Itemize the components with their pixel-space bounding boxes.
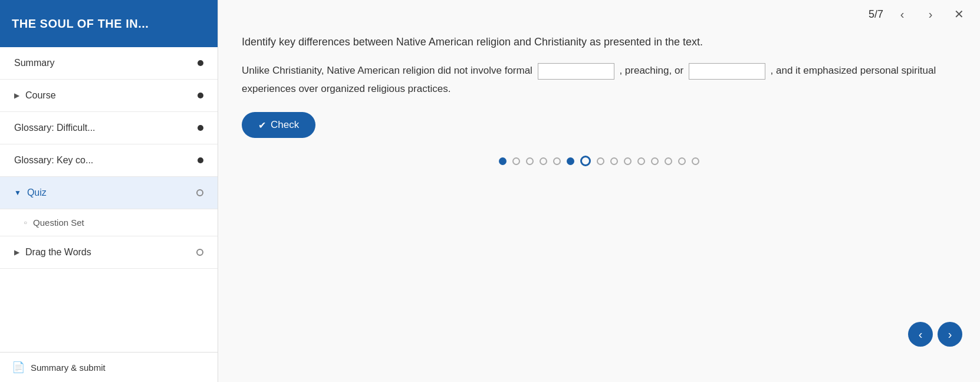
main-content: 5/7 ‹ › ✕ Identify key differences betwe…: [218, 0, 980, 382]
question-title: Identify key differences between Native …: [242, 34, 956, 50]
doc-icon: 📄: [12, 361, 25, 374]
sidebar-item-label: Course: [25, 90, 56, 101]
sidebar-item-quiz[interactable]: ▼ Quiz: [0, 177, 218, 209]
check-icon: ✔: [258, 120, 266, 131]
progress-dot-3[interactable]: [540, 157, 547, 165]
check-button-label: Check: [271, 119, 299, 131]
content-area: Identify key differences between Native …: [218, 28, 980, 382]
sidebar-footer-label: Summary & submit: [31, 363, 106, 373]
progress-dot-13[interactable]: [678, 157, 686, 165]
sidebar-item-label: Glossary: Difficult...: [14, 123, 96, 133]
page-counter: 5/7: [869, 8, 883, 21]
sidebar-subitem-question-set[interactable]: ○ Question Set: [0, 209, 218, 236]
top-bar: 5/7 ‹ › ✕: [218, 0, 980, 28]
sidebar-header: THE SOUL OF THE IN...: [0, 0, 218, 47]
progress-dot-2[interactable]: [526, 157, 534, 165]
prev-page-button[interactable]: ‹: [893, 5, 912, 24]
progress-dot-0[interactable]: [499, 157, 507, 165]
progress-dot-5[interactable]: [567, 157, 574, 165]
bottom-prev-button[interactable]: ‹: [908, 322, 933, 347]
glossary-key-dot-indicator: [198, 157, 203, 163]
sidebar-item-summary[interactable]: Summary: [0, 47, 218, 80]
progress-dots: [242, 156, 956, 166]
sidebar-item-glossary-key[interactable]: Glossary: Key co...: [0, 144, 218, 177]
course-arrow-icon: ▶: [14, 91, 19, 100]
sidebar: THE SOUL OF THE IN... Summary ▶ Course G…: [0, 0, 218, 382]
question-body: Unlike Christianity, Native American rel…: [242, 62, 956, 98]
progress-dot-12[interactable]: [665, 157, 672, 165]
progress-dot-8[interactable]: [610, 157, 618, 165]
sidebar-item-label: Glossary: Key co...: [14, 155, 93, 166]
progress-dot-6[interactable]: [580, 156, 591, 166]
bottom-next-button[interactable]: ›: [938, 322, 962, 347]
body-text-2: , preaching, or: [619, 65, 683, 76]
summary-dot-indicator: [198, 60, 203, 66]
check-button[interactable]: ✔ Check: [242, 112, 315, 138]
sidebar-item-label: Quiz: [27, 187, 47, 198]
glossary-difficult-dot-indicator: [198, 125, 203, 131]
sidebar-item-glossary-difficult[interactable]: Glossary: Difficult...: [0, 112, 218, 144]
next-page-button[interactable]: ›: [921, 5, 940, 24]
bottom-nav: ‹ ›: [908, 322, 962, 347]
progress-dot-7[interactable]: [597, 157, 604, 165]
question-set-bullet: ○: [24, 219, 27, 226]
sidebar-item-course[interactable]: ▶ Course: [0, 80, 218, 112]
sidebar-subitem-label: Question Set: [33, 218, 84, 228]
progress-dot-1[interactable]: [512, 157, 520, 165]
fill-blank-2[interactable]: [689, 63, 765, 80]
quiz-circle-indicator: [196, 189, 203, 196]
drag-words-circle-indicator: [196, 249, 203, 256]
progress-dot-9[interactable]: [624, 157, 632, 165]
fill-blank-1[interactable]: [538, 63, 614, 80]
quiz-arrow-icon: ▼: [14, 189, 21, 197]
progress-dot-11[interactable]: [651, 157, 659, 165]
sidebar-item-label: Summary: [14, 58, 54, 68]
sidebar-item-label: Drag the Words: [25, 247, 91, 258]
progress-dot-10[interactable]: [637, 157, 645, 165]
course-dot-indicator: [198, 93, 203, 98]
close-button[interactable]: ✕: [949, 5, 968, 24]
sidebar-footer-summary-submit[interactable]: 📄 Summary & submit: [0, 352, 218, 382]
progress-dot-14[interactable]: [692, 157, 699, 165]
sidebar-title: THE SOUL OF THE IN...: [12, 17, 149, 31]
body-text-1: Unlike Christianity, Native American rel…: [242, 65, 532, 76]
sidebar-item-drag-words[interactable]: ▶ Drag the Words: [0, 236, 218, 269]
progress-dot-4[interactable]: [553, 157, 561, 165]
drag-words-arrow-icon: ▶: [14, 248, 19, 256]
